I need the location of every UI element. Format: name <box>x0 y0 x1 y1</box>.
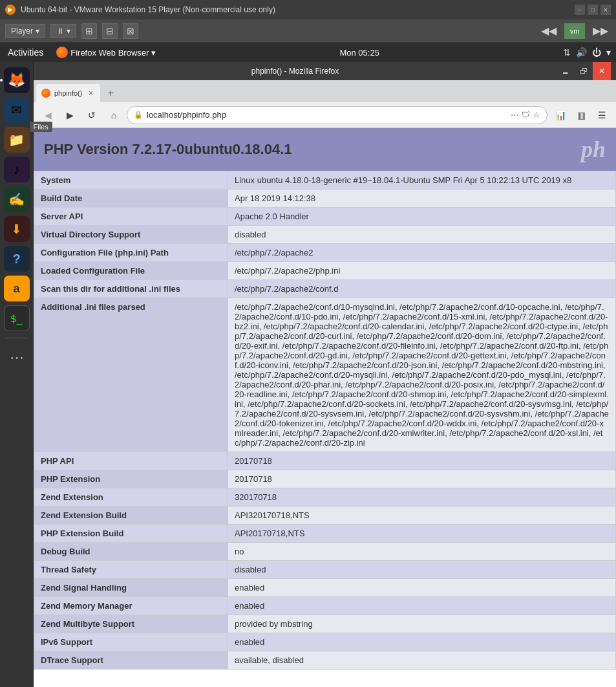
network-icon[interactable]: ⇅ <box>563 47 571 58</box>
vmware-title: Ubuntu 64-bit - VMware Workstation 15 Pl… <box>21 5 569 14</box>
table-row: Zend Signal Handlingenabled <box>34 579 616 597</box>
table-value: /etc/php/7.2/apache2/conf.d <box>228 280 616 298</box>
php-version-title: PHP Version 7.2.17-0ubuntu0.18.04.1 <box>44 141 292 158</box>
dock-terminal[interactable]: $_ <box>4 305 30 331</box>
firefox-close-button[interactable]: ✕ <box>593 62 611 80</box>
vmware-logo: vm <box>564 23 585 39</box>
table-row: Scan this dir for additional .ini files/… <box>34 280 616 298</box>
volume-icon[interactable]: 🔊 <box>576 47 587 58</box>
address-bar[interactable]: 🔒 localhost/phpinfo.php ⋯ 🛡 ☆ <box>127 106 547 124</box>
table-value: 20170718 <box>228 470 616 488</box>
libreoffice-icon: ✍ <box>8 191 25 207</box>
active-indicator <box>0 79 3 82</box>
table-key: System <box>34 171 228 190</box>
table-value: no <box>228 543 616 561</box>
new-tab-button[interactable]: + <box>101 84 120 102</box>
system-tray: ⇅ 🔊 ⏻ ▾ <box>558 47 616 58</box>
apps-grid-icon: ⋯ <box>10 349 24 366</box>
table-value: API320170718,NTS <box>228 507 616 525</box>
nav-bar: ◀ ▶ ↺ ⌂ 🔒 localhost/phpinfo.php ⋯ 🛡 ☆ 📊 … <box>34 102 616 128</box>
hamburger-menu[interactable]: ☰ <box>593 106 611 124</box>
firefox-menu-label: Firefox Web Browser <box>70 48 149 58</box>
system-menu-icon[interactable]: ▾ <box>606 47 611 58</box>
table-row: DTrace Supportavailable, disabled <box>34 651 616 670</box>
vmware-minimize-button[interactable]: − <box>575 5 585 15</box>
dock-rhythmbox[interactable]: ♪ <box>4 157 30 182</box>
firefox-restore-button[interactable]: 🗗 <box>575 62 593 80</box>
table-key: Virtual Directory Support <box>34 226 228 244</box>
tab-favicon <box>41 89 50 98</box>
pause-icon: ⏸ <box>56 27 64 36</box>
table-key: PHP Extension <box>34 470 228 488</box>
table-value: /etc/php/7.2/apache2/php.ini <box>228 262 616 280</box>
nav-back-icon[interactable]: ◀◀ <box>538 22 559 39</box>
pause-dropdown-icon: ▾ <box>67 27 70 36</box>
tab-close-button[interactable]: × <box>86 89 95 98</box>
table-row: Build DateApr 18 2019 14:12:38 <box>34 190 616 208</box>
sidebar-button[interactable]: ▥ <box>572 106 590 124</box>
table-value: 20170718 <box>228 452 616 470</box>
table-row: Virtual Directory Supportdisabled <box>34 226 616 244</box>
reload-button[interactable]: ↺ <box>83 106 101 124</box>
table-row: Additional .ini files parsed/etc/php/7.2… <box>34 298 616 452</box>
home-button[interactable]: ⌂ <box>105 106 123 124</box>
firefox-topbar-icon <box>56 47 68 58</box>
firefox-browser: phpinfo() - Mozilla Firefox 🗕 🗗 ✕ phpinf… <box>34 62 616 687</box>
full-screen-button[interactable]: ⊠ <box>123 23 138 39</box>
player-menu-button[interactable]: Player ▾ <box>5 24 45 38</box>
table-value: Apache 2.0 Handler <box>228 208 616 226</box>
dock-separator <box>5 338 28 338</box>
vmware-window-controls: − □ × <box>575 5 611 15</box>
vmware-close-button[interactable]: × <box>600 5 611 15</box>
activities-button[interactable]: Activities <box>0 43 51 62</box>
bookmark-icon[interactable]: 🛡 <box>522 110 530 120</box>
firefox-minimize-button[interactable]: 🗕 <box>557 62 575 80</box>
table-row: SystemLinux ubuntu 4.18.0-18-generic #19… <box>34 171 616 190</box>
forward-button[interactable]: ▶ <box>61 106 79 124</box>
dock: 🦊 ✉ 📁 Files ♪ ✍ ⬇ ? a <box>0 62 34 687</box>
clock-display[interactable]: Mon 05:25 <box>161 48 558 58</box>
tab-phpinfo[interactable]: phpinfo() × <box>36 84 100 102</box>
table-value: provided by mbstring <box>228 615 616 633</box>
reader-mode-icon[interactable]: ⋯ <box>511 110 519 120</box>
table-row: Zend Memory Managerenabled <box>34 597 616 615</box>
terminal-icon: $_ <box>10 312 23 325</box>
bazaar-icon: ⬇ <box>11 221 22 237</box>
dock-libreoffice[interactable]: ✍ <box>4 186 30 212</box>
vm-settings-button[interactable]: ⊟ <box>102 23 118 39</box>
star-icon[interactable]: ☆ <box>533 110 540 120</box>
table-value: API20170718,NTS <box>228 525 616 543</box>
dock-thunderbird[interactable]: ✉ <box>4 97 30 123</box>
table-row: PHP Extension BuildAPI20170718,NTS <box>34 525 616 543</box>
power-icon[interactable]: ⏻ <box>592 47 601 58</box>
dock-show-apps[interactable]: ⋯ <box>4 345 30 371</box>
vmware-maximize-button[interactable]: □ <box>588 5 598 15</box>
dock-amazon[interactable]: a <box>4 276 30 301</box>
table-key: Additional .ini files parsed <box>34 298 228 452</box>
help-icon: ? <box>12 252 20 267</box>
dock-files[interactable]: 📁 Files <box>4 127 30 153</box>
page-content: PHP Version 7.2.17-0ubuntu0.18.04.1 ph S… <box>34 128 616 687</box>
table-row: IPv6 Supportenabled <box>34 633 616 651</box>
dock-firefox[interactable]: 🦊 <box>4 67 30 93</box>
table-key: Zend Extension <box>34 488 228 507</box>
table-value: Linux ubuntu 4.18.0-18-generic #19~18.04… <box>228 171 616 190</box>
pause-button[interactable]: ⏸ ▾ <box>50 24 76 38</box>
dock-help[interactable]: ? <box>4 246 30 272</box>
send-ctrl-alt-del-button[interactable]: ⊞ <box>81 23 97 39</box>
table-row: Configuration File (php.ini) Path/etc/ph… <box>34 244 616 262</box>
tab-bar: phpinfo() × + <box>34 80 616 102</box>
table-row: Server APIApache 2.0 Handler <box>34 208 616 226</box>
table-row: Debug Buildno <box>34 543 616 561</box>
downloads-icon[interactable]: 📊 <box>551 106 569 124</box>
phpinfo-header: PHP Version 7.2.17-0ubuntu0.18.04.1 ph <box>34 128 616 171</box>
rhythmbox-icon: ♪ <box>14 162 20 177</box>
firefox-window-controls: 🗕 🗗 ✕ <box>557 62 611 80</box>
dock-bazaar[interactable]: ⬇ <box>4 216 30 242</box>
vmware-titlebar: ▶ Ubuntu 64-bit - VMware Workstation 15 … <box>0 0 616 19</box>
table-key: Zend Multibyte Support <box>34 615 228 633</box>
table-value: /etc/php/7.2/apache2 <box>228 244 616 262</box>
vmware-toolbar: Player ▾ ⏸ ▾ ⊞ ⊟ ⊠ ◀◀ vm ▶▶ <box>0 19 616 43</box>
nav-forward-icon[interactable]: ▶▶ <box>590 22 611 39</box>
firefox-app-menu[interactable]: Firefox Web Browser ▾ <box>51 47 161 58</box>
